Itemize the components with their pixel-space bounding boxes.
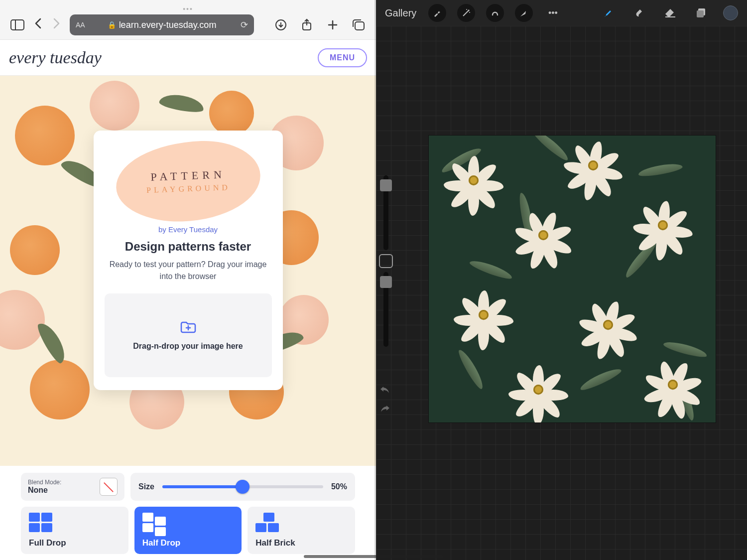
half-drop-button[interactable]: Half Drop <box>134 507 242 554</box>
half-drop-label: Half Drop <box>142 538 234 548</box>
dropzone[interactable]: Drag-n-drop your image here <box>105 293 272 377</box>
artwork-canvas[interactable] <box>429 136 716 422</box>
intro-card: PATTERN PLAYGROUND by Every Tuesday Desi… <box>94 131 283 390</box>
gallery-button[interactable]: Gallery <box>385 7 416 19</box>
color-picker-icon[interactable] <box>723 5 738 20</box>
safari-toolbar: ••• AA 🔒 learn.every-tuesday.com ⟳ <box>0 0 376 40</box>
controls-bar: Blend Mode: None Size 50% <box>0 466 376 560</box>
blend-mode-value: None <box>28 486 61 495</box>
hero-subtext: Ready to test your pattern? Drag your im… <box>105 259 272 282</box>
full-drop-button[interactable]: Full Drop <box>21 507 128 554</box>
brush-size-slider[interactable] <box>383 175 388 250</box>
new-tab-icon[interactable] <box>325 18 340 31</box>
safari-pane: ••• AA 🔒 learn.every-tuesday.com ⟳ <box>0 0 376 560</box>
tabs-icon[interactable] <box>351 18 366 31</box>
site-header: every tuesday MENU <box>0 40 376 76</box>
url-bar[interactable]: AA 🔒 learn.every-tuesday.com ⟳ <box>70 14 254 35</box>
byline: by Every Tuesday <box>105 225 272 234</box>
half-brick-button[interactable]: Half Brick <box>248 507 355 554</box>
size-slider[interactable] <box>162 480 323 494</box>
move-icon[interactable] <box>515 4 533 22</box>
svg-point-12 <box>468 10 470 11</box>
multitask-dots-icon[interactable]: ••• <box>183 5 193 13</box>
size-control: Size 50% <box>130 473 355 501</box>
blend-none-icon <box>100 478 118 496</box>
more-icon[interactable]: ••• <box>544 4 562 22</box>
eraser-icon[interactable] <box>661 4 679 22</box>
modify-button[interactable] <box>379 254 393 268</box>
undo-redo-controls <box>379 385 391 416</box>
sidebar-toggle-icon[interactable] <box>10 18 25 31</box>
full-drop-label: Full Drop <box>29 538 121 548</box>
svg-rect-15 <box>665 16 675 17</box>
wrench-icon[interactable] <box>428 4 446 22</box>
blend-mode-selector[interactable]: Blend Mode: None <box>21 473 124 501</box>
hero-section: PATTERN PLAYGROUND by Every Tuesday Desi… <box>0 76 376 466</box>
svg-rect-0 <box>11 20 24 30</box>
brush-size-opacity-sliders <box>376 175 396 347</box>
svg-rect-8 <box>355 22 364 30</box>
procreate-toolbar: Gallery ••• <box>376 0 747 26</box>
forward-button <box>52 17 61 33</box>
size-value: 50% <box>331 482 347 491</box>
blend-mode-label: Blend Mode: <box>28 479 61 486</box>
back-button[interactable] <box>34 17 43 33</box>
text-size-icon[interactable]: AA <box>76 21 85 29</box>
logo-line1: PATTERN <box>150 168 225 183</box>
upload-folder-icon <box>180 320 197 336</box>
lock-icon: 🔒 <box>108 21 116 29</box>
layers-icon[interactable] <box>692 4 710 22</box>
pattern-playground-logo: PATTERN PLAYGROUND <box>115 139 261 224</box>
share-icon[interactable] <box>299 18 314 31</box>
logo-line2: PLAYGROUND <box>146 183 230 195</box>
procreate-canvas-area[interactable] <box>376 26 747 560</box>
svg-point-14 <box>466 9 467 10</box>
redo-icon[interactable] <box>379 404 391 416</box>
reload-icon[interactable]: ⟳ <box>241 19 248 30</box>
size-label: Size <box>138 482 154 491</box>
selection-icon[interactable] <box>486 4 504 22</box>
hero-heading: Design patterns faster <box>105 240 272 254</box>
svg-rect-17 <box>697 10 704 17</box>
url-text: learn.every-tuesday.com <box>119 20 217 30</box>
download-icon[interactable] <box>273 18 288 31</box>
undo-icon[interactable] <box>379 385 391 397</box>
home-indicator[interactable] <box>304 555 443 558</box>
brush-icon[interactable] <box>600 4 618 22</box>
site-logo[interactable]: every tuesday <box>9 48 102 67</box>
svg-point-13 <box>469 12 470 13</box>
half-brick-label: Half Brick <box>255 538 347 548</box>
smudge-icon[interactable] <box>630 4 648 22</box>
dropzone-text: Drag-n-drop your image here <box>133 342 243 351</box>
menu-button[interactable]: MENU <box>318 48 367 67</box>
brush-opacity-slider[interactable] <box>383 272 388 347</box>
procreate-pane: Gallery ••• <box>376 0 747 560</box>
wand-icon[interactable] <box>457 4 475 22</box>
